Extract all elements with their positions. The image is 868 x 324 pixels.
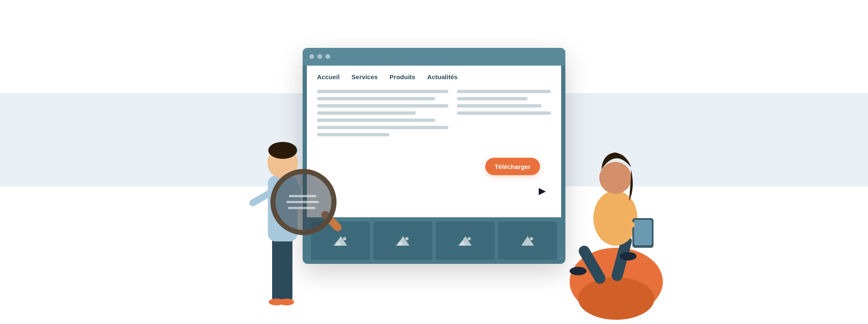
main-scene: Accueil Services Produits Actualités <box>0 0 868 324</box>
content-right-column <box>457 90 551 136</box>
svg-point-31 <box>620 252 637 260</box>
magnifying-glass-illustration <box>269 167 349 248</box>
content-line <box>317 97 435 100</box>
person-right-illustration <box>553 104 671 324</box>
browser-titlebar <box>303 48 565 66</box>
svg-point-5 <box>405 237 409 240</box>
svg-point-32 <box>593 191 637 246</box>
nav-item-actualites[interactable]: Actualités <box>427 73 458 80</box>
image-tile-4 <box>498 222 557 260</box>
content-line <box>457 97 527 100</box>
content-line <box>317 119 435 122</box>
nav-item-services[interactable]: Services <box>351 73 378 80</box>
content-line <box>457 104 542 108</box>
svg-point-14 <box>279 299 294 305</box>
svg-point-8 <box>467 237 471 240</box>
content-line <box>317 111 416 115</box>
cursor-icon: ▶ <box>539 186 546 197</box>
svg-point-17 <box>268 142 297 159</box>
image-tile-3 <box>436 222 495 260</box>
mountain-icon <box>395 233 411 248</box>
content-left-column <box>317 90 448 136</box>
content-line <box>317 104 448 108</box>
image-tile-2 <box>373 222 432 260</box>
browser-nav: Accueil Services Produits Actualités <box>307 66 561 86</box>
browser-dot-1 <box>309 54 314 59</box>
svg-point-30 <box>570 267 587 275</box>
nav-item-produits[interactable]: Produits <box>389 73 415 80</box>
svg-rect-35 <box>634 220 652 245</box>
mountain-icon <box>458 233 473 248</box>
browser-dot-2 <box>317 54 322 59</box>
browser-body-content <box>307 86 561 136</box>
content-line <box>457 90 551 93</box>
download-button[interactable]: Télécharger <box>485 158 540 175</box>
content-line <box>317 126 448 129</box>
svg-point-27 <box>578 277 654 320</box>
svg-point-10 <box>530 237 533 240</box>
svg-point-33 <box>599 162 632 194</box>
mountain-icon <box>520 233 535 248</box>
content-line <box>457 111 551 115</box>
browser-dot-3 <box>326 54 330 59</box>
content-line <box>317 90 448 93</box>
